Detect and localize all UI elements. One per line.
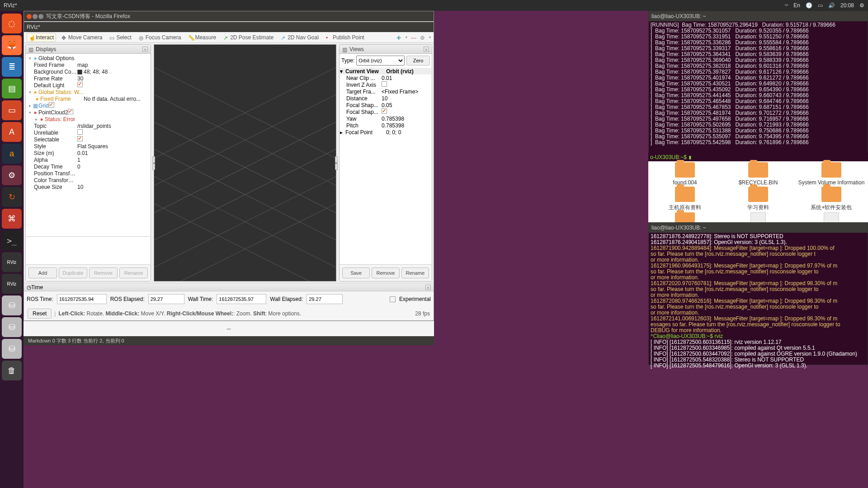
minus-icon[interactable]	[411, 35, 416, 40]
wall-elapsed-field[interactable]	[307, 294, 343, 304]
displays-panel: Displays× ▾Global Options Fixed Framemap…	[25, 44, 151, 282]
file-label: 主机原有资料	[669, 204, 701, 211]
splitter-left[interactable]: ◂	[152, 156, 155, 170]
clock[interactable]: 20:08	[840, 2, 854, 9]
gear-icon[interactable]	[420, 35, 425, 40]
file-item[interactable]: $RECYCLE.BIN	[722, 161, 795, 186]
plus-icon[interactable]	[396, 35, 402, 40]
close-panel-icon[interactable]: ×	[142, 47, 148, 52]
firefox-title: 写文章-CSDN博客 - Mozilla Firefox	[46, 13, 130, 20]
view-type-select[interactable]: Orbit (rviz)	[356, 56, 405, 66]
focus-icon	[139, 35, 144, 40]
move-camera-tool[interactable]: Move Camera	[60, 33, 104, 42]
reset-button[interactable]: Reset	[28, 309, 52, 319]
select-tool[interactable]: Select	[108, 33, 133, 42]
displays-panel-header[interactable]: Displays×	[26, 45, 151, 54]
gear-icon[interactable]: ⚙	[859, 2, 864, 9]
duplicate-button[interactable]: Duplicate	[59, 267, 87, 278]
zero-button[interactable]: Zero	[406, 56, 430, 66]
maximize-icon[interactable]	[38, 14, 43, 19]
chevron-down-icon[interactable]: ▾	[429, 35, 431, 39]
wall-time-field[interactable]	[217, 294, 266, 304]
warn-icon	[32, 89, 38, 95]
launcher-writer[interactable]: ≣	[2, 57, 22, 77]
launcher-trash[interactable]: 🗑	[2, 361, 22, 380]
display-description	[26, 236, 151, 264]
chevron-down-icon[interactable]: ▾	[406, 35, 407, 39]
minimize-icon[interactable]	[33, 14, 38, 19]
launcher-drive-3[interactable]: ⛁	[2, 339, 22, 359]
folder-icon	[821, 187, 841, 202]
remove-view-button[interactable]: Remove	[372, 267, 399, 278]
splitter-right[interactable]: ▸	[335, 156, 338, 170]
lang-indicator[interactable]: En	[793, 2, 800, 9]
file-item[interactable]: 系统+软件安装包	[795, 186, 868, 211]
launcher-settings[interactable]: ⚙	[2, 165, 22, 185]
launcher-firefox[interactable]: 🦊	[2, 35, 22, 55]
file-item[interactable]: System Volume Information	[795, 161, 868, 186]
ros-elapsed-label: ROS Elapsed:	[110, 296, 145, 302]
file-item[interactable]: 主机原有资料	[648, 186, 722, 211]
launcher-terminal[interactable]: >_	[2, 230, 22, 250]
focus-camera-tool[interactable]: Focus Camera	[137, 33, 183, 42]
launcher-rviz-app-2[interactable]: RViz	[2, 274, 22, 294]
file-item[interactable]: found.004	[648, 161, 722, 186]
launcher-ubuntu-dash[interactable]: ◌	[2, 14, 22, 33]
experimental-checkbox[interactable]	[390, 296, 396, 302]
volume-icon[interactable]: 🔊	[828, 2, 835, 9]
terminal-output[interactable]: [RUNNING] Bag Time: 1587095275.296419 Du…	[649, 21, 868, 146]
bluetooth-icon[interactable]: 🕑	[806, 2, 812, 9]
system-tray: ⌔ En 🕑 ▭ 🔊 20:08 ⚙	[785, 2, 864, 9]
launcher-calc[interactable]: ▤	[2, 79, 22, 99]
add-button[interactable]: Add	[28, 267, 57, 278]
launcher-drive-1[interactable]: ⛁	[2, 296, 22, 315]
displays-tree[interactable]: ▾Global Options Fixed Framemap Backgroun…	[26, 54, 151, 236]
launcher-rviz-app-1[interactable]: RViz	[2, 252, 22, 272]
warn-icon	[34, 96, 40, 102]
color-swatch[interactable]	[77, 70, 82, 75]
wall-elapsed-label: Wall Elapsed:	[270, 296, 303, 302]
ros-elapsed-field[interactable]	[148, 294, 184, 304]
launcher-software[interactable]: A	[2, 122, 22, 142]
checkbox[interactable]	[77, 129, 83, 135]
fps-readout: 28 fps	[415, 310, 430, 317]
3d-view[interactable]	[154, 44, 336, 282]
terminal-rviz-log[interactable]: liao@liao-UX303UB: ~ 1612871876.24892277…	[648, 222, 868, 365]
close-panel-icon[interactable]: ×	[425, 285, 431, 290]
publish-point-tool[interactable]: Publish Point	[324, 33, 366, 42]
launcher-impress[interactable]: ▭	[2, 100, 22, 120]
launcher-reader[interactable]: ⌘	[2, 209, 22, 229]
checkbox[interactable]	[77, 82, 83, 87]
terminal-output[interactable]: 1612871876.248922778]: Stereo is NOT SUP…	[649, 233, 868, 370]
close-icon[interactable]	[27, 14, 32, 19]
hint-text: Left-Click: Rotate. Middle-Click: Move X…	[58, 310, 301, 317]
terminal-rosbag[interactable]: liao@liao-UX303UB: ~ [RUNNING] Bag Time:…	[648, 11, 868, 163]
launcher-updater[interactable]: ↻	[2, 187, 22, 207]
interact-tool[interactable]: Interact	[27, 33, 56, 42]
wifi-icon[interactable]: ⌔	[785, 2, 788, 9]
svg-line-8	[154, 45, 336, 181]
close-panel-icon[interactable]: ×	[424, 47, 429, 52]
views-panel-header[interactable]: Views×	[340, 45, 432, 54]
nav-goal-tool[interactable]: 2D Nav Goal	[279, 33, 321, 42]
checkbox[interactable]	[49, 102, 54, 108]
pose-estimate-tool[interactable]: 2D Pose Estimate	[222, 33, 275, 42]
arrow-icon	[223, 35, 229, 40]
launcher-drive-2[interactable]: ⛁	[2, 317, 22, 337]
remove-button[interactable]: Remove	[89, 267, 118, 278]
checkbox[interactable]	[382, 81, 387, 87]
file-item[interactable]: 学习资料	[722, 186, 795, 211]
rviz-titlebar[interactable]: RViz*	[24, 22, 434, 32]
checkbox[interactable]	[382, 108, 387, 114]
measure-tool[interactable]: Measure	[186, 33, 218, 42]
checkbox[interactable]	[68, 109, 73, 114]
checkbox[interactable]	[77, 136, 83, 141]
launcher-amazon[interactable]: a	[2, 144, 22, 164]
save-view-button[interactable]: Save	[342, 267, 370, 278]
rename-view-button[interactable]: Rename	[401, 267, 429, 278]
view-properties[interactable]: ▾Current ViewOrbit (rviz) Near Clip ...0…	[340, 67, 432, 264]
svg-line-11	[154, 181, 336, 281]
rename-button[interactable]: Rename	[119, 267, 148, 278]
ros-time-field[interactable]	[57, 294, 107, 304]
battery-icon[interactable]: ▭	[818, 2, 823, 9]
